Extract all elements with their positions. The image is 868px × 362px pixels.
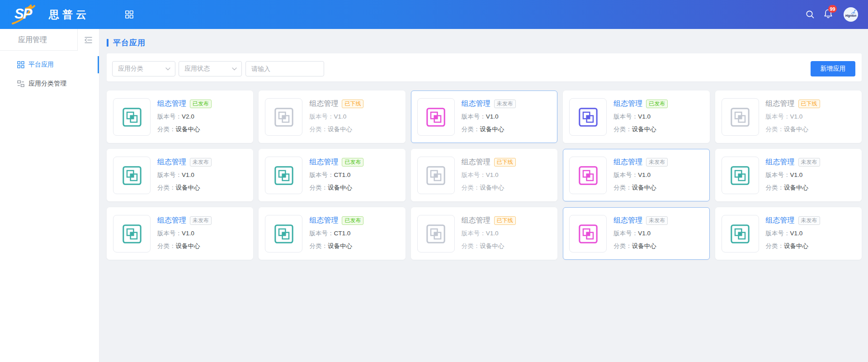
version-label: 版本号：	[766, 171, 790, 178]
app-title-link[interactable]: 组态管理	[309, 157, 338, 167]
app-card[interactable]: 组态管理 已发布 版本号：V1.0 分类：设备中心	[563, 90, 709, 143]
app-card[interactable]: 组态管理 未发布 版本号：V1.0 分类：设备中心	[715, 207, 862, 260]
app-card[interactable]: 组态管理 已发布 版本号：CT1.0 分类：设备中心	[259, 207, 405, 260]
app-title-link[interactable]: 组态管理	[462, 99, 491, 109]
version-line: 版本号：V1.0	[766, 229, 820, 238]
app-title-link[interactable]: 组态管理	[462, 216, 491, 225]
title-accent-bar	[107, 39, 108, 47]
notifications-bell[interactable]: 99	[823, 8, 834, 21]
app-category-select[interactable]: 应用分类	[112, 61, 175, 76]
status-badge: 未发布	[798, 158, 820, 167]
category-value: 设备中心	[632, 126, 656, 133]
version-value: V1.0	[638, 230, 651, 237]
add-application-button[interactable]: 新增应用	[811, 61, 855, 76]
app-card-info: 组态管理 未发布 版本号：V1.0 分类：设备中心	[462, 98, 516, 135]
version-line: 版本号：V1.0	[462, 171, 516, 180]
app-card[interactable]: 组态管理 已下线 版本号：V1.0 分类：设备中心	[411, 207, 557, 260]
category-line: 分类：设备中心	[613, 125, 668, 134]
brand-logo[interactable]: SP 思普云	[12, 5, 90, 24]
avatar-deer-icon	[851, 10, 856, 14]
version-value: V1.0	[790, 113, 803, 120]
app-title-link[interactable]: 组态管理	[766, 157, 795, 167]
category-line: 分类：设备中心	[462, 125, 516, 134]
version-line: 版本号：V1.0	[462, 229, 516, 238]
top-header: SP 思普云 99 Hignton	[0, 0, 868, 29]
overlapping-squares-icon	[122, 107, 142, 128]
app-icon-box	[113, 157, 151, 194]
sidebar-item-app-categories[interactable]: 应用分类管理	[0, 74, 99, 93]
app-title-link[interactable]: 组态管理	[613, 99, 642, 109]
status-badge: 已发布	[646, 100, 668, 108]
version-line: 版本号：V1.0	[613, 171, 668, 180]
category-line: 分类：设备中心	[613, 184, 668, 192]
status-badge: 未发布	[494, 100, 516, 108]
status-badge: 已下线	[342, 100, 363, 108]
overlapping-squares-icon	[122, 224, 142, 244]
apps-grid-icon[interactable]	[125, 10, 134, 19]
search-icon[interactable]	[805, 9, 816, 20]
version-line: 版本号：CT1.0	[309, 171, 363, 180]
status-badge: 已发布	[190, 100, 212, 108]
category-line: 分类：设备中心	[462, 242, 516, 251]
user-avatar[interactable]: Hignton	[844, 7, 858, 22]
header-actions: 99 Hignton	[805, 7, 858, 22]
category-label: 分类：	[462, 184, 480, 191]
version-line: 版本号：V1.0	[309, 113, 363, 121]
app-title-link[interactable]: 组态管理	[309, 99, 338, 109]
version-line: 版本号：CT1.0	[309, 229, 363, 238]
logo-sp-text: SP	[14, 6, 31, 22]
app-card[interactable]: 组态管理 未发布 版本号：V1.0 分类：设备中心	[715, 149, 862, 201]
app-title-link[interactable]: 组态管理	[766, 216, 795, 225]
category-line: 分类：设备中心	[157, 184, 212, 192]
app-title-link[interactable]: 组态管理	[157, 216, 186, 225]
category-label: 分类：	[766, 126, 784, 133]
app-card[interactable]: 组态管理 已下线 版本号：V1.0 分类：设备中心	[411, 149, 557, 201]
version-label: 版本号：	[157, 113, 182, 120]
app-card-info: 组态管理 已下线 版本号：V1.0 分类：设备中心	[766, 98, 820, 135]
version-value: V1.0	[486, 230, 499, 237]
category-value: 设备中心	[176, 126, 200, 133]
app-card[interactable]: 组态管理 已发布 版本号：CT1.0 分类：设备中心	[259, 149, 405, 201]
version-label: 版本号：	[309, 230, 334, 237]
version-value: V1.0	[486, 171, 499, 178]
version-label: 版本号：	[613, 171, 638, 178]
version-label: 版本号：	[613, 113, 638, 120]
category-label: 分类：	[309, 126, 328, 133]
app-icon-box	[569, 98, 607, 136]
app-card[interactable]: 组态管理 已下线 版本号：V1.0 分类：设备中心	[259, 90, 405, 143]
app-title-link[interactable]: 组态管理	[462, 157, 491, 167]
app-card[interactable]: 组态管理 未发布 版本号：V1.0 分类：设备中心	[411, 90, 557, 143]
app-title-link[interactable]: 组态管理	[613, 216, 642, 225]
app-title-link[interactable]: 组态管理	[766, 99, 795, 109]
sidebar-item-platform-apps[interactable]: 平台应用	[0, 55, 99, 74]
app-status-select[interactable]: 应用状态	[179, 61, 242, 76]
category-value: 设备中心	[480, 184, 504, 191]
sidebar-collapse-button[interactable]	[77, 29, 99, 51]
app-icon-box	[265, 157, 302, 194]
category-label: 分类：	[309, 184, 328, 191]
app-icon-box	[265, 98, 302, 136]
app-title-link[interactable]: 组态管理	[613, 157, 642, 167]
sidebar-item-label: 应用分类管理	[28, 80, 66, 88]
version-line: 版本号：V1.0	[766, 113, 820, 121]
version-label: 版本号：	[613, 230, 638, 237]
app-title-link[interactable]: 组态管理	[157, 99, 186, 109]
app-card[interactable]: 组态管理 已下线 版本号：V1.0 分类：设备中心	[715, 90, 862, 143]
app-card[interactable]: 组态管理 已发布 版本号：V2.0 分类：设备中心	[107, 90, 253, 143]
version-label: 版本号：	[157, 171, 182, 178]
category-line: 分类：设备中心	[157, 125, 212, 134]
app-title-link[interactable]: 组态管理	[309, 216, 338, 225]
version-value: V1.0	[790, 230, 803, 237]
search-input[interactable]	[245, 61, 324, 76]
app-card[interactable]: 组态管理 未发布 版本号：V1.0 分类：设备中心	[107, 207, 253, 260]
app-card-grid: 组态管理 已发布 版本号：V2.0 分类：设备中心 组态管理 已下线	[107, 90, 862, 260]
app-icon-box	[417, 215, 455, 252]
app-title-link[interactable]: 组态管理	[157, 157, 186, 167]
app-icon-box	[722, 157, 759, 194]
app-card-info: 组态管理 已发布 版本号：V2.0 分类：设备中心	[157, 98, 212, 135]
app-card[interactable]: 组态管理 未发布 版本号：V1.0 分类：设备中心	[563, 207, 709, 260]
app-card[interactable]: 组态管理 未发布 版本号：V1.0 分类：设备中心	[563, 149, 709, 201]
app-card[interactable]: 组态管理 未发布 版本号：V1.0 分类：设备中心	[107, 149, 253, 201]
overlapping-squares-icon	[425, 224, 446, 244]
overlapping-squares-icon	[578, 107, 599, 128]
